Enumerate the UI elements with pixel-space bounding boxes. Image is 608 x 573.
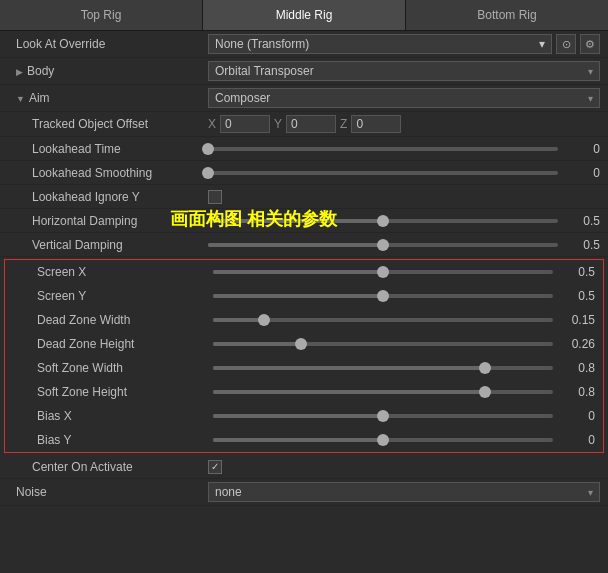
vertical-damping-fill: [208, 243, 383, 247]
noise-dropdown[interactable]: none ▾: [208, 482, 600, 502]
screen-x-fill: [213, 270, 383, 274]
dead-zone-height-display: 0.26: [559, 337, 595, 351]
noise-dropdown-text: none: [215, 485, 242, 499]
bias-x-display: 0: [559, 409, 595, 423]
screen-y-fill: [213, 294, 383, 298]
soft-zone-height-row: Soft Zone Height 0.8: [5, 380, 603, 404]
dead-zone-width-thumb[interactable]: [258, 314, 270, 326]
vertical-damping-track[interactable]: [208, 243, 558, 247]
bias-x-thumb[interactable]: [377, 410, 389, 422]
bias-x-track[interactable]: [213, 414, 553, 418]
lookahead-time-track[interactable]: [208, 147, 558, 151]
dead-zone-height-row: Dead Zone Height 0.26: [5, 332, 603, 356]
screen-x-track[interactable]: [213, 270, 553, 274]
aim-dropdown-arrow: ▾: [588, 93, 593, 104]
dead-zone-height-fill: [213, 342, 301, 346]
body-dropdown-arrow: ▾: [588, 66, 593, 77]
dead-zone-height-value: 0.26: [213, 337, 595, 351]
center-on-activate-row: Center On Activate ✓: [0, 455, 608, 479]
content-area: Look At Override None (Transform) ▾ ⊙ ⚙ …: [0, 31, 608, 506]
screen-y-label: Screen Y: [13, 289, 213, 303]
look-at-override-dropdown-text: None (Transform): [215, 37, 309, 51]
look-at-override-target-icon[interactable]: ⊙: [556, 34, 576, 54]
dead-zone-height-track[interactable]: [213, 342, 553, 346]
soft-zone-height-track[interactable]: [213, 390, 553, 394]
vertical-damping-value: 0.5: [208, 238, 600, 252]
main-wrapper: Top Rig Middle Rig Bottom Rig Look At Ov…: [0, 0, 608, 506]
center-on-activate-checkbox[interactable]: ✓: [208, 460, 222, 474]
tab-bottom-rig[interactable]: Bottom Rig: [406, 0, 608, 30]
center-on-activate-value: ✓: [208, 460, 600, 474]
soft-zone-width-label: Soft Zone Width: [13, 361, 213, 375]
soft-zone-width-row: Soft Zone Width 0.8: [5, 356, 603, 380]
x-label: X: [208, 117, 216, 131]
body-arrow-icon: [16, 64, 23, 78]
bias-x-fill: [213, 414, 383, 418]
x-input[interactable]: [220, 115, 270, 133]
dead-zone-width-track[interactable]: [213, 318, 553, 322]
lookahead-time-value: 0: [208, 142, 600, 156]
y-label: Y: [274, 117, 282, 131]
body-dropdown[interactable]: Orbital Transposer ▾: [208, 61, 600, 81]
horizontal-damping-display: 0.5: [564, 214, 600, 228]
tab-top-rig[interactable]: Top Rig: [0, 0, 203, 30]
dead-zone-width-value: 0.15: [213, 313, 595, 327]
bias-y-display: 0: [559, 433, 595, 447]
tab-bar: Top Rig Middle Rig Bottom Rig: [0, 0, 608, 31]
soft-zone-width-thumb[interactable]: [479, 362, 491, 374]
soft-zone-height-display: 0.8: [559, 385, 595, 399]
dead-zone-width-display: 0.15: [559, 313, 595, 327]
lookahead-smoothing-track[interactable]: [208, 171, 558, 175]
soft-zone-width-track[interactable]: [213, 366, 553, 370]
bias-y-thumb[interactable]: [377, 434, 389, 446]
bias-y-row: Bias Y 0: [5, 428, 603, 452]
lookahead-ignore-y-checkbox[interactable]: [208, 190, 222, 204]
y-input[interactable]: [286, 115, 336, 133]
soft-zone-height-thumb[interactable]: [479, 386, 491, 398]
noise-label: Noise: [8, 485, 208, 499]
composition-section: Screen X 0.5 Screen Y 0.5: [4, 259, 604, 453]
horizontal-damping-track[interactable]: [208, 219, 558, 223]
screen-y-track[interactable]: [213, 294, 553, 298]
aim-label: Aim: [8, 91, 208, 105]
body-label-text: Body: [27, 64, 54, 78]
screen-y-thumb[interactable]: [377, 290, 389, 302]
aim-value: Composer ▾: [208, 88, 600, 108]
vertical-damping-label: Vertical Damping: [8, 238, 208, 252]
horizontal-damping-fill: [208, 219, 383, 223]
look-at-override-label: Look At Override: [8, 37, 208, 51]
soft-zone-width-display: 0.8: [559, 361, 595, 375]
z-input[interactable]: [351, 115, 401, 133]
tab-middle-rig[interactable]: Middle Rig: [203, 0, 406, 30]
look-at-override-gear-icon[interactable]: ⚙: [580, 34, 600, 54]
lookahead-smoothing-value: 0: [208, 166, 600, 180]
lookahead-time-label: Lookahead Time: [8, 142, 208, 156]
aim-label-text: Aim: [29, 91, 50, 105]
look-at-override-dropdown[interactable]: None (Transform) ▾: [208, 34, 552, 54]
lookahead-smoothing-thumb[interactable]: [202, 167, 214, 179]
horizontal-damping-thumb[interactable]: [377, 215, 389, 227]
lookahead-time-thumb[interactable]: [202, 143, 214, 155]
dead-zone-width-row: Dead Zone Width 0.15: [5, 308, 603, 332]
soft-zone-height-value: 0.8: [213, 385, 595, 399]
z-label: Z: [340, 117, 347, 131]
dead-zone-height-thumb[interactable]: [295, 338, 307, 350]
xyz-group: X Y Z: [208, 115, 401, 133]
screen-y-value: 0.5: [213, 289, 595, 303]
soft-zone-height-label: Soft Zone Height: [13, 385, 213, 399]
soft-zone-width-fill: [213, 366, 485, 370]
screen-y-row: Screen Y 0.5: [5, 284, 603, 308]
lookahead-ignore-y-label: Lookahead Ignore Y: [8, 190, 208, 204]
lookahead-smoothing-label: Lookahead Smoothing: [8, 166, 208, 180]
vertical-damping-thumb[interactable]: [377, 239, 389, 251]
screen-x-thumb[interactable]: [377, 266, 389, 278]
bias-y-track[interactable]: [213, 438, 553, 442]
aim-row: Aim Composer ▾: [0, 85, 608, 112]
bias-y-label: Bias Y: [13, 433, 213, 447]
dead-zone-width-label: Dead Zone Width: [13, 313, 213, 327]
soft-zone-height-fill: [213, 390, 485, 394]
aim-dropdown[interactable]: Composer ▾: [208, 88, 600, 108]
lookahead-ignore-y-value: [208, 190, 600, 204]
lookahead-time-display: 0: [564, 142, 600, 156]
body-row: Body Orbital Transposer ▾: [0, 58, 608, 85]
